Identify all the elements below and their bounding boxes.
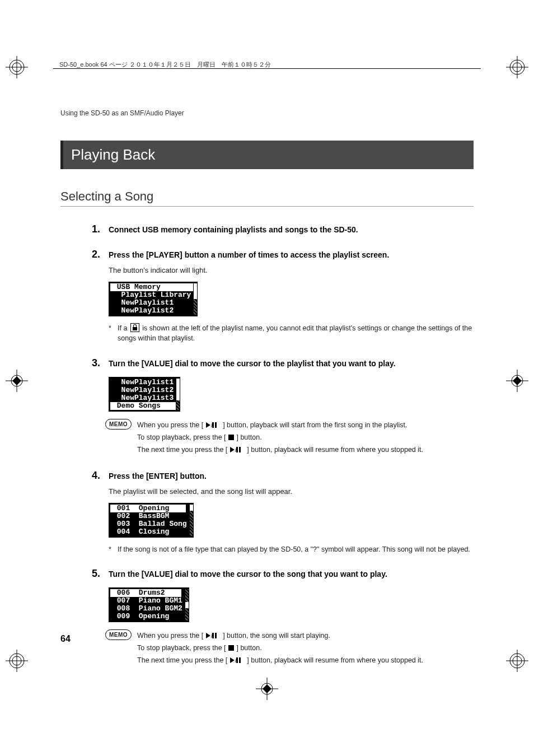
lcd-line: NewPlaylist1: [110, 299, 193, 307]
lcd-line: NewPlaylist2: [110, 386, 176, 394]
lcd-line: 007 Piano BGM1: [110, 597, 185, 605]
svg-rect-35: [239, 447, 241, 452]
svg-marker-37: [206, 633, 210, 638]
memo-line: The next time you press the [: [137, 446, 229, 454]
footnote: * If a is shown at the left of the playl…: [109, 323, 474, 344]
lock-icon: [130, 323, 139, 332]
memo-badge: MEMO: [105, 419, 132, 430]
footnote: * If the song is not of a file type that…: [109, 544, 474, 555]
step-title: Press the [PLAYER] button a number of ti…: [109, 250, 389, 259]
asterisk-icon: *: [109, 323, 118, 344]
note-text: is shown at the left of the playlist nam…: [118, 324, 472, 343]
registration-mark-icon: [506, 370, 528, 392]
lcd-line: 009 Opening: [110, 613, 185, 620]
lcd-screenshot: 006 Drums2 007 Piano BGM1 008 Piano BGM2…: [109, 587, 189, 622]
registration-mark-icon: [6, 650, 28, 672]
lcd-line: NewPlaylist1: [110, 379, 176, 386]
memo-line: ] button.: [235, 433, 262, 441]
lcd-scrollbar: [190, 505, 193, 536]
lcd-line: 002 BassBGM: [110, 512, 189, 520]
step-3: 3. Turn the [VALUE] dial to move the cur…: [92, 357, 474, 456]
lcd-line: NewPlaylist2: [110, 307, 193, 315]
step-title: Press the [ENTER] button.: [109, 472, 207, 480]
play-pause-icon: /: [229, 657, 245, 664]
registration-mark-icon: [506, 56, 528, 78]
svg-text:/: /: [235, 657, 237, 664]
memo-line: The next time you press the [: [137, 656, 229, 664]
svg-rect-41: [228, 645, 234, 651]
memo-line: When you press the [: [137, 632, 205, 640]
lcd-scrollbar: [194, 283, 197, 315]
step-5: 5. Turn the [VALUE] dial to move the cur…: [92, 568, 474, 667]
stop-icon: [228, 434, 235, 441]
play-pause-icon: /: [229, 446, 245, 453]
memo-line: ] button, playback will resume from wher…: [245, 656, 423, 664]
memo-line: ] button, playback will resume from wher…: [245, 446, 423, 454]
lcd-screenshot: 001 Opening 002 BassBGM 003 Ballad Song …: [109, 503, 194, 538]
step-title: Turn the [VALUE] dial to move the cursor…: [109, 570, 387, 578]
svg-text:/: /: [211, 633, 213, 639]
steps: 1. Connect USB memory containing playlis…: [92, 223, 474, 667]
content: Using the SD-50 as an SMF/Audio Player P…: [60, 109, 474, 680]
memo-line: ] button.: [235, 644, 262, 652]
memo-line: When you press the [: [137, 421, 205, 429]
step-number: 5.: [92, 568, 109, 580]
lcd-line: 006 Drums2: [110, 589, 181, 597]
lcd-screenshot: NewPlaylist1 NewPlaylist2 NewPlaylist3 D…: [109, 377, 180, 412]
registration-mark-icon: [256, 678, 278, 700]
note-text: If a: [118, 324, 129, 332]
breadcrumb: Using the SD-50 as an SMF/Audio Player: [60, 109, 474, 117]
svg-marker-15: [513, 376, 522, 385]
svg-text:/: /: [211, 422, 213, 428]
memo-line: To stop playback, press the [: [137, 433, 228, 441]
memo-line: ] button, playback will start from the f…: [221, 421, 407, 429]
lcd-scrollbar: [176, 379, 180, 410]
memo-text: When you press the [ / ] button, the son…: [137, 629, 423, 667]
memo-badge: MEMO: [105, 629, 132, 640]
note-text: If the song is not of a file type that c…: [118, 544, 474, 555]
registration-mark-icon: [506, 650, 528, 672]
memo-text: When you press the [ / ] button, playbac…: [137, 418, 423, 456]
step-number: 3.: [92, 357, 109, 369]
play-pause-icon: /: [205, 632, 221, 639]
memo-line: To stop playback, press the [: [137, 644, 228, 652]
svg-text:/: /: [235, 447, 237, 453]
svg-rect-32: [228, 435, 234, 440]
lcd-screenshot: USB Memory Playlist Library NewPlaylist1…: [109, 282, 198, 316]
memo: MEMO When you press the [ / ] button, pl…: [105, 418, 474, 456]
registration-mark-icon: [6, 56, 28, 78]
lcd-line: Playlist Library: [110, 291, 193, 299]
svg-marker-27: [263, 684, 271, 693]
lcd-line: Demo Songs: [110, 402, 176, 410]
svg-rect-44: [239, 657, 241, 663]
memo: MEMO When you press the [ / ] button, th…: [105, 629, 474, 667]
registration-mark-icon: [6, 370, 28, 392]
step-body-text: The playlist will be selected, and the s…: [109, 486, 474, 497]
heading-2: Selecting a Song: [60, 189, 474, 207]
book-header: SD-50_e.book 64 ページ ２０１０年１月２５日 月曜日 午前１０時…: [59, 60, 271, 69]
lcd-line: 003 Ballad Song: [110, 520, 189, 528]
svg-marker-33: [230, 447, 235, 452]
lcd-line: 001 Opening: [110, 505, 186, 512]
svg-rect-30: [215, 422, 217, 428]
svg-marker-42: [230, 657, 235, 663]
lcd-line: 008 Piano BGM2: [110, 605, 185, 613]
step-number: 4.: [92, 470, 109, 482]
lcd-line: 004 Closing: [110, 528, 189, 536]
heading-1: Playing Back: [60, 141, 474, 169]
play-pause-icon: /: [205, 422, 221, 428]
step-title: Turn the [VALUE] dial to move the cursor…: [109, 359, 396, 368]
svg-rect-39: [215, 633, 217, 638]
svg-marker-28: [206, 422, 210, 428]
lcd-line: USB Memory: [110, 283, 193, 291]
step-number: 1.: [92, 223, 109, 235]
step-1: 1. Connect USB memory containing playlis…: [92, 223, 474, 235]
page: SD-50_e.book 64 ページ ２０１０年１月２５日 月曜日 午前１０時…: [0, 0, 534, 756]
step-4: 4. Press the [ENTER] button. The playlis…: [92, 470, 474, 554]
memo-line: ] button, the song will start playing.: [221, 632, 330, 640]
step-number: 2.: [92, 249, 109, 260]
lcd-scrollbar: [185, 589, 189, 620]
page-number: 64: [60, 634, 71, 644]
step-2: 2. Press the [PLAYER] button a number of…: [92, 249, 474, 344]
lcd-line: NewPlaylist3: [110, 394, 176, 402]
